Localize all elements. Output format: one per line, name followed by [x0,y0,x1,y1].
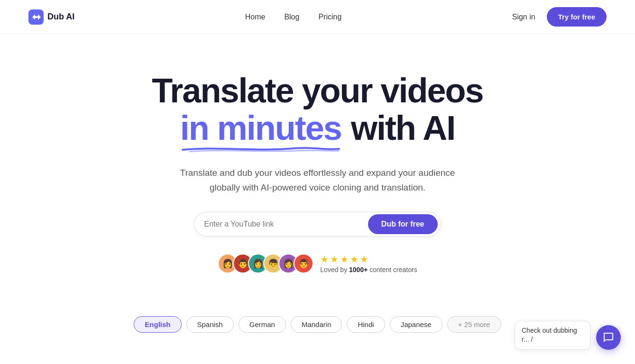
logo-text: Dub AI [47,12,74,22]
star-3: ★ [340,254,349,265]
avatars: 👩 👨 👩 👦 👩 👨 [218,254,313,273]
lang-german[interactable]: German [239,316,286,333]
lang-english[interactable]: English [134,316,181,333]
navbar: Dub AI Home Blog Pricing Sign in Try for… [0,0,635,34]
youtube-input[interactable] [204,215,368,233]
try-free-button[interactable]: Try for free [547,7,607,27]
stars: ★ ★ ★ ★ ★ [320,254,417,265]
nav-home[interactable]: Home [245,13,266,21]
chat-button[interactable] [596,325,621,350]
hero-title-with-ai: with AI [351,109,455,147]
stars-and-text: ★ ★ ★ ★ ★ Loved by 1000+ content creator… [320,254,417,273]
avatar: 👨 [294,254,313,273]
loved-text: Loved by 1000+ content creators [320,266,417,273]
lang-mandarin[interactable]: Mandarin [291,316,342,333]
input-area: Dub for free [19,212,616,237]
chat-icon [603,332,614,343]
hero-section: Translate your videos in minutes with AI… [0,34,635,316]
star-5: ★ [360,254,368,265]
social-proof: 👩 👨 👩 👦 👩 👨 ★ ★ ★ ★ ★ Loved by 1000+ con… [19,254,616,273]
nav-pricing[interactable]: Pricing [318,13,341,21]
lang-japanese[interactable]: Japanese [390,316,442,333]
input-wrapper: Dub for free [194,212,441,237]
lang-spanish[interactable]: Spanish [186,316,234,333]
lang-more[interactable]: + 25 more [447,316,501,333]
logo-icon [28,9,44,25]
star-4: ★ [350,254,359,265]
nav-right: Sign in Try for free [512,7,607,27]
sign-in-button[interactable]: Sign in [512,13,535,21]
nav-links: Home Blog Pricing [245,13,342,21]
hero-highlight: in minutes [180,109,341,147]
hero-subtitle: Translate and dub your videos effortless… [175,166,460,195]
lang-hindi[interactable]: Hindi [347,316,385,333]
hero-title-line1: Translate your videos [19,72,616,109]
highlight-underline [180,144,341,153]
hero-title: Translate your videos in minutes with AI [19,72,616,147]
dub-free-button[interactable]: Dub for free [368,214,438,234]
star-2: ★ [330,254,339,265]
star-1: ★ [320,254,329,265]
logo-link[interactable]: Dub AI [28,9,74,25]
hero-title-line2: in minutes with AI [19,109,616,147]
chat-bubble: Check out dubbing r... / [515,321,621,350]
chat-text: Check out dubbing r... / [515,321,590,350]
nav-blog[interactable]: Blog [284,13,299,21]
